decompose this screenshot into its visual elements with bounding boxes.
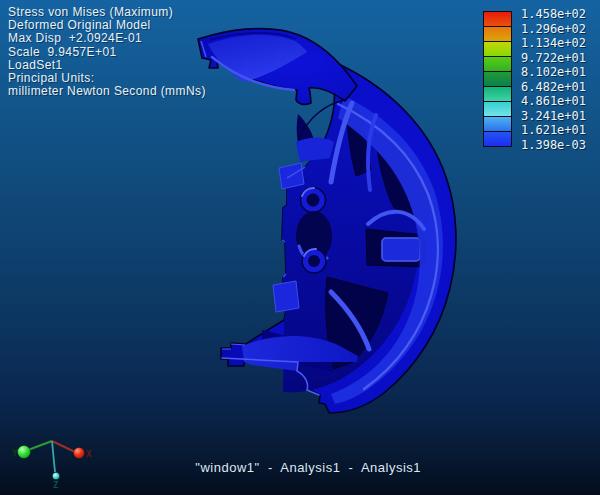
wheel-fea-model (198, 29, 456, 413)
rim-wing-top (198, 29, 357, 105)
simulate-results-window: Y X Z Stress von Mises (Maximum)Deformed… (0, 0, 600, 495)
annotation-line-6: millimeter Newton Second (mmNs) (8, 85, 206, 98)
result-annotation-block: Stress von Mises (Maximum)Deformed Origi… (8, 6, 206, 98)
annotation-line-3: Scale 9.9457E+01 (8, 46, 206, 59)
annotation-line-2: Max Disp +2.0924E-01 (8, 32, 206, 45)
lug-hole-upper-bore (307, 194, 320, 207)
window-title-bar: "window1" - Analysis1 - Analysis1 (0, 445, 600, 490)
hub-step-plate-lower (273, 281, 299, 312)
lug-hole-lower-bore (308, 255, 320, 267)
window-status-text: "window1" - Analysis1 - Analysis1 (195, 460, 421, 475)
window-inner-surface-highlight (382, 238, 420, 261)
